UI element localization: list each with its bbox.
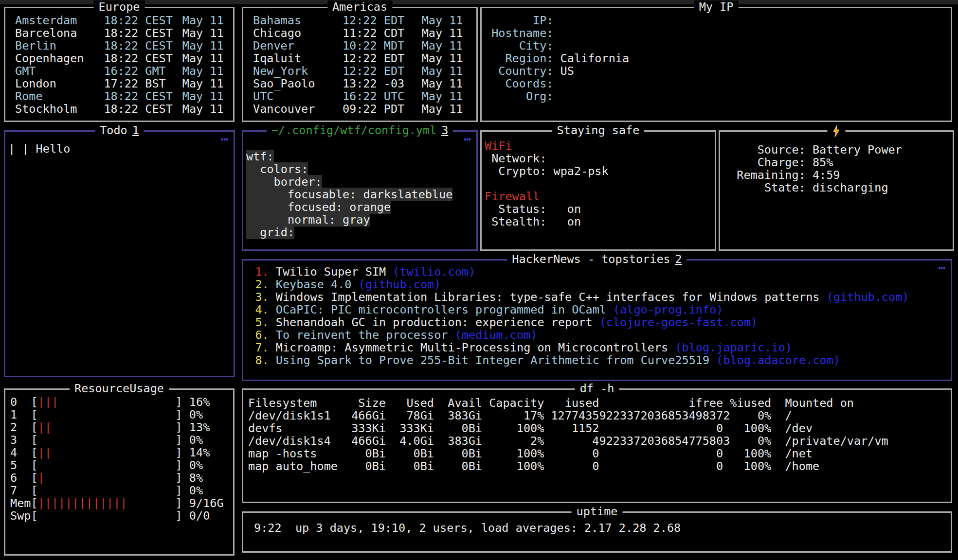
ip-field-row: IP: — [485, 14, 948, 27]
my-ip-panel: My IP IP:Hostname:City:Region:California… — [480, 7, 952, 122]
battery-field-label: State: — [723, 181, 806, 194]
gauge-open-bracket: [ — [31, 421, 37, 434]
todo-hotkey-badge: 1 — [132, 123, 139, 137]
hackernews-item[interactable]: 6.To reinvent the processor(medium.com) — [246, 329, 948, 341]
df-cell: 0Bi — [434, 422, 482, 435]
resource-gauge-row: 6[|]8% — [8, 472, 230, 484]
gauge-label: Swp — [10, 509, 31, 522]
df-cell: 466Gi — [344, 435, 386, 447]
hn-rank: 2. — [255, 278, 269, 291]
df-cell: /net — [785, 447, 813, 460]
clock-row: Rome18:22 CESTMay 11 — [8, 90, 230, 103]
clock-city-label: Rome — [15, 90, 104, 103]
clock-city-label: Vancouver — [253, 103, 343, 115]
clock-date-value: May 11 — [422, 65, 470, 77]
hn-story-link[interactable]: (algo-prog.info) — [613, 303, 723, 316]
df-row: map -hosts0Bi0Bi0Bi100%00100%/net — [246, 447, 948, 460]
disk-free-title: df -h — [580, 382, 615, 395]
todo-panel: Todo1 … | | Hello — [4, 130, 235, 377]
df-row: devfs333Ki333Ki0Bi100%11520100%/dev — [246, 422, 948, 435]
resource-gauge-list: 0[|||]16%1[]0%2[||]13%3[]0%4[||]14%5[]0%… — [8, 396, 230, 522]
hn-story-link[interactable]: (medium.com) — [455, 329, 538, 341]
config-line-text: border: — [246, 175, 322, 189]
config-line-text: grid: — [246, 226, 294, 239]
clock-city-label: Chicago — [253, 27, 343, 39]
hackernews-item[interactable]: 5.Shenandoah GC in production: experienc… — [246, 316, 948, 329]
resource-gauge-row: 5[]0% — [8, 459, 230, 472]
df-cell: 0Bi — [434, 447, 482, 460]
gauge-value: 0/0 — [189, 509, 210, 522]
df-cell: 0 — [599, 447, 723, 460]
todo-checkbox[interactable]: | | — [8, 142, 29, 156]
gauge-value: 0% — [189, 434, 203, 446]
df-cell: 0Bi — [344, 460, 386, 472]
hn-story-link[interactable]: (clojure-goes-fast.com) — [599, 316, 758, 329]
hn-story-link[interactable]: (github.com) — [359, 278, 441, 291]
gauge-value: 0% — [189, 408, 203, 421]
todo-item[interactable]: | | Hello — [8, 142, 231, 155]
df-cell: 0Bi — [386, 460, 434, 472]
gauge-label: 3 — [10, 434, 31, 446]
hackernews-item[interactable]: 7.Microamp: Asymmetric Multi-Processing … — [246, 341, 948, 354]
df-cell: /private/var/vm — [785, 435, 888, 447]
hackernews-item[interactable]: 4.OCaPIC: PIC microcontrollers programme… — [246, 303, 948, 316]
df-cell: 17% — [482, 409, 544, 422]
hackernews-item[interactable]: 2.Keybase 4.0(github.com) — [246, 278, 948, 291]
clock-row: Copenhagen18:22 CESTMay 11 — [8, 52, 230, 65]
df-cell: 100% — [723, 447, 771, 460]
gauge-bar: | — [38, 472, 176, 484]
clock-date-value: May 11 — [182, 65, 230, 77]
hn-story-link[interactable]: (blog.adacore.com) — [716, 354, 840, 367]
hackernews-item[interactable]: 1.Twilio Super SIM(twilio.com) — [246, 265, 948, 278]
resource-usage-title: ResourceUsage — [74, 382, 164, 395]
europe-clocks-panel: Europe Amsterdam18:22 CESTMay 11Barcelon… — [4, 7, 235, 122]
resource-gauge-row: 0[|||]16% — [8, 396, 230, 408]
battery-field-row: Charge:85% — [723, 156, 950, 169]
security-info-list: WiFi Network: Crypto: wpa2-psk Firewall … — [485, 140, 712, 228]
df-cell: 100% — [482, 422, 544, 435]
gauge-value: 8% — [189, 472, 203, 484]
hackernews-hotkey-badge: 2 — [675, 252, 682, 266]
battery-field-label: Remaining: — [723, 169, 806, 181]
hn-story-link[interactable]: (twilio.com) — [393, 265, 475, 278]
resource-gauge-row: 2[||]13% — [8, 421, 230, 434]
field-label: Region: — [485, 52, 553, 65]
gauge-value: 13% — [189, 421, 210, 434]
panel-title — [828, 124, 846, 137]
security-line: Status: on — [485, 203, 712, 215]
security-line: Firewall — [485, 190, 712, 203]
gauge-label: 4 — [10, 446, 31, 459]
clock-date-value: May 11 — [182, 14, 230, 27]
hn-story-link[interactable]: (github.com) — [827, 291, 909, 303]
field-label: Hostname: — [485, 27, 553, 39]
more-indicator-icon[interactable]: … — [464, 132, 470, 141]
resource-gauge-row: 1[]0% — [8, 408, 230, 421]
hackernews-item[interactable]: 8.Using Spark to Prove 255-Bit Integer A… — [246, 354, 948, 367]
field-value: California — [560, 52, 629, 65]
battery-field-row: State:discharging — [723, 181, 950, 194]
clock-row: Sao_Paolo13:22 -03May 11 — [246, 77, 473, 90]
hn-story-title: To reinvent the processor — [276, 329, 448, 341]
resource-usage-panel: ResourceUsage 0[|||]16%1[]0%2[||]13%3[]0… — [4, 388, 235, 556]
hn-story-link[interactable]: (blog.japaric.io) — [675, 341, 792, 354]
battery-field-label: Source: — [723, 143, 806, 156]
clock-row: New_York12:22 EDTMay 11 — [246, 65, 473, 77]
config-file-path: ~/.config/wtf/config.yml — [271, 123, 437, 137]
df-cell: 100% — [482, 447, 544, 460]
df-cell: 383Gi — [434, 435, 482, 447]
df-cell: 0 — [599, 422, 723, 435]
more-indicator-icon[interactable]: … — [221, 132, 228, 141]
gauge-open-bracket: [ — [31, 497, 37, 509]
hackernews-item[interactable]: 3.Windows Implementation Libraries: type… — [246, 291, 948, 303]
df-cell: 4 — [544, 435, 599, 447]
clock-date-value: May 11 — [422, 77, 470, 90]
df-header-cell: Used — [386, 397, 434, 409]
df-cell: devfs — [248, 422, 344, 435]
americas-clock-list: Bahamas12:22 EDTMay 11Chicago11:22 CDTMa… — [246, 14, 473, 115]
config-line: normal: gray — [246, 213, 473, 226]
clock-city-label: New_York — [253, 65, 343, 77]
hackernews-panel: HackerNews - topstories2 … 1.Twilio Supe… — [242, 259, 952, 381]
clock-time-value: 18:22 CEST — [104, 90, 182, 103]
more-indicator-icon[interactable]: … — [939, 261, 945, 270]
gauge-bar — [38, 484, 176, 497]
